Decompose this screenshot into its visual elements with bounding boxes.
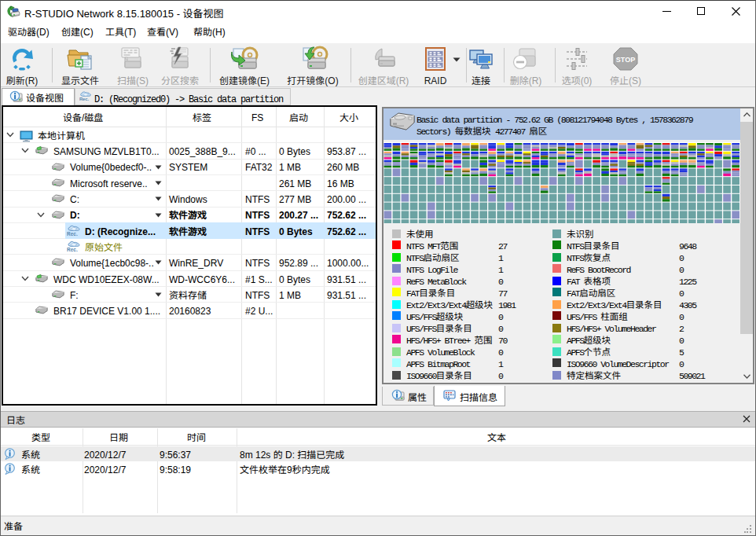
svg-text:Rec.: Rec. xyxy=(67,231,78,237)
svg-text:Rec.: Rec. xyxy=(67,247,78,252)
svg-text:STOP: STOP xyxy=(616,56,635,64)
svg-text:Rec.: Rec. xyxy=(79,97,90,101)
